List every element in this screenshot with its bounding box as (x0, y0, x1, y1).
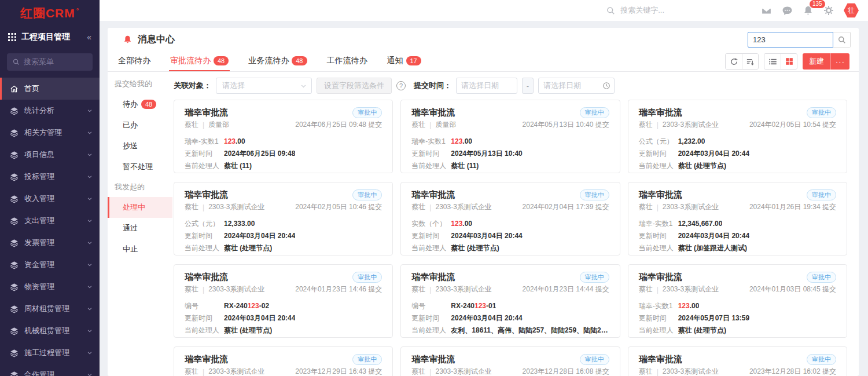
create-button[interactable]: 新建 (803, 53, 830, 70)
bell-icon[interactable]: 135 (803, 5, 814, 16)
card-fields: 瑞幸-实数1 123.00 更新时间 2024年05月13日 10:40 (411, 136, 609, 172)
list-view-button[interactable] (764, 54, 781, 69)
sidebar-item[interactable]: 周材租赁管理 (0, 298, 100, 320)
approval-card[interactable]: 瑞幸审批流 审批中 蔡壮 | 2303-3系测试企业 2024年01月23日 1… (400, 264, 620, 338)
grid-view-button[interactable] (781, 54, 797, 69)
chevron-down-icon (87, 108, 93, 114)
related-object-select[interactable]: 请选择 (216, 78, 312, 94)
field-row: 更新时间 2024年03月04日 20:44 (639, 230, 836, 242)
chat-icon[interactable] (782, 5, 793, 16)
tab[interactable]: 业务流待办 48 (247, 51, 308, 71)
card-submit-time: 2024年01月23日 14:44 提交 (523, 284, 609, 294)
field-label: 更新时间 (639, 230, 678, 242)
tab[interactable]: 审批流待办 48 (169, 51, 230, 71)
field-label: 编号 (411, 300, 451, 312)
sidebar-collapse-button[interactable]: « (87, 32, 91, 42)
field-row: 当前处理人 蔡壮 (处理节点) (185, 324, 382, 337)
chevron-down-icon (87, 218, 93, 224)
field-row: 当前处理人 蔡壮 (处理节点) (639, 324, 836, 337)
message-center-panel: 消息中心 全部待办 审批流待办 48 业务流待办 (108, 28, 859, 376)
layers-icon (10, 107, 19, 115)
card-title: 瑞幸审批流 (185, 189, 228, 200)
sidebar-item[interactable]: 收入管理 (0, 188, 100, 210)
field-value-pre: 2024年03月04日 20:44 (224, 232, 295, 240)
subnav-item[interactable]: 抄送 (108, 136, 172, 156)
field-row: 公式（元） 1,232.00 (639, 136, 836, 148)
subnav-item[interactable]: 中止 (108, 239, 172, 260)
global-search-input[interactable]: 搜索关键字... (606, 5, 664, 16)
field-value-pre: 蔡壮 (11) (224, 162, 252, 170)
approval-card[interactable]: 瑞幸审批流 审批中 蔡壮 | 质量部 2024年06月25日 09:48 提交 (174, 100, 393, 173)
field-label: 当前处理人 (185, 160, 224, 172)
card-title-row: 瑞幸审批流 审批中 (185, 272, 382, 283)
approval-card[interactable]: 瑞幸审批流 审批中 蔡壮 | 2303-3系测试企业 2024年01月03日 0… (628, 264, 847, 338)
approval-card[interactable]: 瑞幸审批流 审批中 蔡壮 | 2303-3系测试企业 2023年12月28日 1… (628, 346, 847, 376)
field-label: 当前处理人 (411, 324, 451, 337)
sidebar-item[interactable]: 投标管理 (0, 166, 100, 188)
sidebar-item[interactable]: 相关方管理 (0, 122, 100, 144)
sidebar-item[interactable]: 物资管理 (0, 276, 100, 298)
tab[interactable]: 全部待办 (117, 51, 152, 71)
sidebar-item[interactable]: 施工过程管理 (0, 342, 100, 364)
subnav-item[interactable]: 已办 (108, 115, 172, 136)
user-avatar[interactable]: 壮 (844, 3, 859, 18)
record-search-input[interactable] (748, 32, 833, 48)
approval-card[interactable]: 瑞幸审批流 审批中 蔡壮 | 2303-3系测试企业 2024年02月05日 1… (628, 100, 847, 173)
approval-card[interactable]: 瑞幸审批流 审批中 蔡壮 | 2303-3系测试企业 2024年01月23日 1… (174, 264, 393, 338)
status-badge: 审批中 (352, 189, 382, 200)
field-row: 当前处理人 蔡壮 (11) (411, 160, 609, 172)
record-search-button[interactable] (833, 32, 851, 48)
sidebar-item[interactable]: 资金管理 (0, 254, 100, 276)
chevron-down-icon (87, 152, 93, 158)
approval-card[interactable]: 瑞幸审批流 审批中 蔡壮 | 2303-3系测试企业 2024年01月26日 1… (628, 182, 847, 255)
sidebar-item[interactable]: 发票管理 (0, 232, 100, 254)
field-row: 当前处理人 友利、18611、高伟、陆陆257、陆陆259、陆陆258、群、蔡.… (411, 324, 609, 337)
sidebar-item-home[interactable]: 首页 (0, 78, 100, 100)
app-grid-icon[interactable] (8, 33, 16, 41)
card-submit-time: 2024年06月25日 09:48 提交 (295, 120, 382, 130)
approval-card[interactable]: 瑞幸审批流 审批中 蔡壮 | 2303-3系测试企业 2024年02月05日 1… (174, 182, 393, 255)
approval-card[interactable]: 瑞幸审批流 审批中 蔡壮 | 质量部 2024年05月13日 10:40 提交 (400, 100, 620, 173)
sidebar-menu-search-input[interactable]: 搜索菜单 (7, 53, 93, 71)
mail-icon[interactable] (761, 5, 772, 16)
card-title-row: 瑞幸审批流 审批中 (411, 354, 609, 365)
field-row: 更新时间 2024年03月04日 20:44 (185, 312, 382, 324)
subnav-item[interactable]: 处理中 (108, 197, 172, 218)
date-end-input[interactable]: 请选择日期 (538, 78, 615, 94)
cards-grid: 瑞幸审批流 审批中 蔡壮 | 质量部 2024年06月25日 09:48 提交 (174, 100, 847, 376)
approval-card[interactable]: 瑞幸审批流 审批中 蔡壮 | 2303-3系测试企业 2023年12月29日 1… (174, 346, 393, 376)
sidebar-item[interactable]: 项目信息 (0, 144, 100, 166)
subnav-item[interactable]: 通过 (108, 218, 172, 239)
card-title-row: 瑞幸审批流 审批中 (185, 189, 382, 200)
card-title-row: 瑞幸审批流 审批中 (639, 354, 836, 365)
sidebar-item[interactable]: 机械租赁管理 (0, 320, 100, 342)
sidebar-item-label: 机械租赁管理 (24, 326, 69, 336)
subnav-item-label: 暂不处理 (123, 162, 153, 172)
approval-card[interactable]: 瑞幸审批流 审批中 蔡壮 | 2303-3系测试企业 2024年02月04日 1… (400, 182, 620, 255)
subnav-item-label: 通过 (123, 223, 138, 233)
create-more-button[interactable]: ··· (830, 53, 849, 70)
approval-card[interactable]: 瑞幸审批流 审批中 蔡壮 | 2303-3系测试企业 2023年12月28日 1… (400, 346, 620, 376)
tab[interactable]: 通知 17 (386, 51, 422, 71)
status-badge: 审批中 (807, 189, 836, 200)
sidebar-item[interactable]: 统计分析 (0, 100, 100, 122)
subnav-item[interactable]: 待办 48 (108, 94, 172, 115)
help-icon[interactable]: ? (396, 81, 406, 90)
sidebar-item[interactable]: 合作管理 (0, 364, 100, 376)
field-filter-button[interactable]: 设置字段筛选条件 (317, 78, 392, 94)
sidebar-item[interactable]: 支出管理 (0, 210, 100, 232)
field-value: 2024年03月04日 20:44 (451, 230, 522, 242)
field-row: 当前处理人 蔡壮 (加签跟进人测试) (639, 242, 836, 254)
refresh-button[interactable] (726, 54, 742, 69)
gear-icon[interactable] (823, 5, 834, 16)
tab[interactable]: 工作流待办 (326, 51, 369, 71)
sort-button[interactable] (742, 54, 758, 69)
create-button-group: 新建 ··· (803, 53, 849, 70)
brand-logo-mark: ° (76, 7, 79, 14)
field-value: 12,333.00 (224, 218, 255, 230)
date-start-input[interactable]: 请选择日期 (456, 78, 517, 94)
field-value-pre: 12,345,667.00 (678, 220, 723, 228)
clock-icon (602, 82, 610, 90)
field-row: 更新时间 2024年05月13日 10:40 (411, 148, 609, 160)
subnav-item[interactable]: 暂不处理 (108, 156, 172, 177)
